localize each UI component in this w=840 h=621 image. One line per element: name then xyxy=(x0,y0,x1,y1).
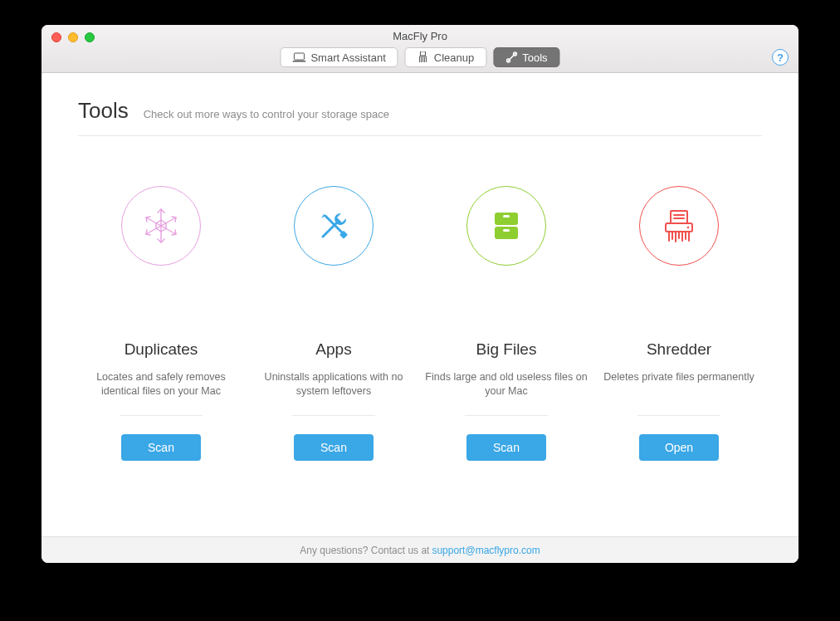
card-desc: Uninstalls applications with no system l… xyxy=(251,370,417,399)
top-tabs: Smart Assistant Cleanup Tools xyxy=(280,47,559,67)
svg-rect-11 xyxy=(495,213,518,225)
tab-tools[interactable]: Tools xyxy=(493,47,559,67)
tools-icon xyxy=(505,51,517,63)
page-title: Tools xyxy=(78,98,129,124)
card-desc: Finds large and old useless files on you… xyxy=(423,370,589,399)
divider xyxy=(465,415,548,416)
content-area: Tools Check out more ways to control you… xyxy=(42,73,798,536)
card-big-files: Big Files Finds large and old useless fi… xyxy=(423,186,589,461)
titlebar: MacFly Pro Smart Assistant Cleanup Tools xyxy=(42,25,798,73)
support-email-link[interactable]: support@macflypro.com xyxy=(432,545,540,556)
broom-icon xyxy=(418,51,429,63)
scan-big-files-button[interactable]: Scan xyxy=(466,434,546,461)
open-shredder-button[interactable]: Open xyxy=(639,434,719,461)
page-header: Tools Check out more ways to control you… xyxy=(78,98,762,136)
divider xyxy=(637,415,720,416)
window-controls xyxy=(51,32,95,42)
tab-label: Tools xyxy=(522,51,547,64)
svg-point-19 xyxy=(687,227,690,229)
tab-smart-assistant[interactable]: Smart Assistant xyxy=(280,47,398,67)
divider xyxy=(292,415,375,416)
footer-text: Any questions? Contact us at xyxy=(300,545,429,556)
scan-apps-button[interactable]: Scan xyxy=(294,434,374,461)
page-subtitle: Check out more ways to control your stor… xyxy=(144,108,389,120)
tab-label: Smart Assistant xyxy=(310,51,385,64)
card-desc: Deletes private files permanently xyxy=(603,370,754,399)
card-shredder: Shredder Deletes private files permanent… xyxy=(596,186,762,461)
card-title: Duplicates xyxy=(125,340,198,359)
svg-rect-12 xyxy=(495,227,518,239)
help-button[interactable]: ? xyxy=(772,49,789,66)
wrench-icon xyxy=(294,186,374,266)
tool-cards: Duplicates Locates and safely removes id… xyxy=(78,186,762,461)
divider xyxy=(120,415,203,416)
minimize-window-button[interactable] xyxy=(68,32,78,42)
svg-rect-2 xyxy=(421,51,426,56)
tab-cleanup[interactable]: Cleanup xyxy=(405,47,486,67)
card-duplicates: Duplicates Locates and safely removes id… xyxy=(78,186,244,461)
card-title: Big Files xyxy=(476,340,537,359)
snowflake-icon xyxy=(121,186,201,266)
svg-rect-14 xyxy=(503,229,510,232)
zoom-window-button[interactable] xyxy=(85,32,95,42)
svg-rect-0 xyxy=(294,53,304,60)
window-title: MacFly Pro xyxy=(42,25,798,42)
card-title: Shredder xyxy=(647,340,711,359)
app-window: MacFly Pro Smart Assistant Cleanup Tools xyxy=(42,25,798,563)
close-window-button[interactable] xyxy=(51,32,61,42)
scan-duplicates-button[interactable]: Scan xyxy=(121,434,201,461)
archive-box-icon xyxy=(466,186,546,266)
card-desc: Locates and safely removes identical fil… xyxy=(78,370,244,399)
card-apps: Apps Uninstalls applications with no sys… xyxy=(251,186,417,461)
tab-label: Cleanup xyxy=(434,51,474,64)
svg-rect-15 xyxy=(671,211,687,223)
svg-rect-13 xyxy=(503,215,510,218)
footer: Any questions? Contact us at support@mac… xyxy=(42,536,798,563)
card-title: Apps xyxy=(315,340,351,359)
laptop-icon xyxy=(292,52,305,62)
svg-rect-1 xyxy=(292,61,305,62)
svg-line-9 xyxy=(323,221,339,237)
shredder-icon xyxy=(639,186,719,266)
